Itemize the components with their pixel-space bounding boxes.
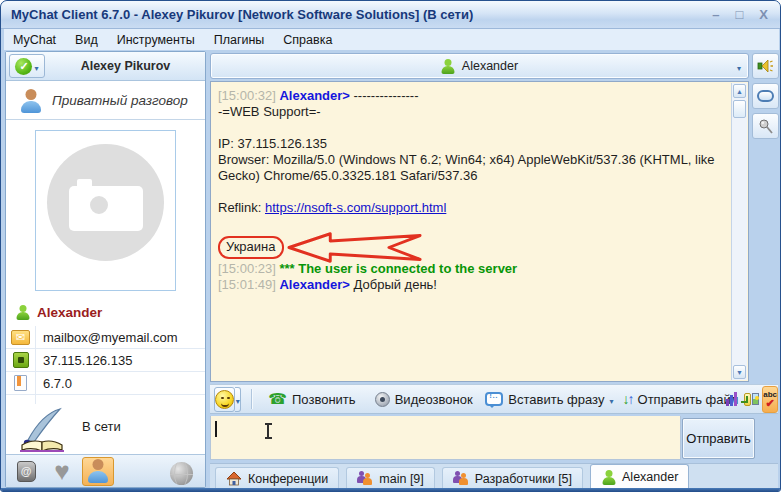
- support-link[interactable]: https://nsoft-s.com/support.html: [265, 200, 446, 215]
- avatar-placeholder[interactable]: [35, 130, 176, 291]
- chevron-down-icon: [609, 392, 613, 407]
- online-check-icon: [15, 58, 32, 75]
- system-message-text: *** The user is connected to the server: [279, 261, 517, 276]
- chat-header[interactable]: Alexander: [210, 53, 749, 79]
- globe-icon: [170, 462, 193, 485]
- sound-button[interactable]: [752, 53, 779, 79]
- theme-button[interactable]: [752, 83, 779, 109]
- scrollbar-thumb[interactable]: [733, 100, 746, 118]
- contact-name: Alexander: [37, 305, 102, 320]
- people-group-icon: [453, 471, 469, 487]
- video-call-button[interactable]: Видеозвонок: [375, 392, 473, 407]
- spellcheck-button[interactable]: abc: [762, 386, 778, 413]
- pin-button[interactable]: [752, 113, 779, 139]
- emoticons-button[interactable]: [214, 387, 235, 412]
- green-person-icon: [601, 470, 616, 485]
- chat-header-title: Alexander: [462, 59, 518, 73]
- contact-ip: 37.115.126.135: [36, 353, 132, 368]
- tab-label: Конференции: [248, 472, 328, 486]
- chevron-down-icon: [737, 60, 741, 74]
- chat-message: IP: 37.115.126.135: [218, 136, 724, 152]
- window-title: MyChat Client 6.7.0 - Alexey Pikurov [Ne…: [11, 1, 473, 28]
- people-group-icon: [357, 471, 373, 487]
- menu-item-tools[interactable]: Инструменты: [117, 33, 195, 47]
- chat-messages-panel[interactable]: [15:00:32] Alexander> --------------- -=…: [210, 81, 749, 382]
- image-icon[interactable]: [752, 393, 759, 405]
- tab-conferences[interactable]: Конференции: [215, 467, 339, 489]
- blank-line: [218, 120, 724, 136]
- speech-bubble-icon: [485, 392, 503, 406]
- window-controls: – □ X: [712, 1, 768, 28]
- menu-item-mychat[interactable]: MyChat: [13, 33, 56, 47]
- send-file-label: Отправить файл: [638, 392, 739, 407]
- green-person-icon: [441, 59, 456, 74]
- message-timestamp: [15:00:32]: [218, 88, 276, 103]
- sidebar: Alexey Pikurov Приватный разговор Alexan…: [5, 51, 206, 488]
- close-button[interactable]: X: [759, 8, 768, 21]
- chat-message: -=WEB Support=-: [218, 104, 724, 120]
- message-toolbar: Позвонить Видеозвонок Вставить фразу Отп…: [210, 384, 778, 414]
- quill-book-icon: [14, 406, 72, 454]
- blank-line: [218, 184, 724, 200]
- status-text: В сети: [82, 419, 121, 434]
- tab-label: main [9]: [379, 472, 423, 486]
- chat-message: [15:01:49] Alexander> Добрый день!: [218, 277, 724, 293]
- message-text: Добрый день!: [354, 277, 437, 292]
- version-icon: [14, 375, 27, 391]
- mail-icon: [11, 330, 30, 345]
- heart-icon: [54, 458, 69, 484]
- send-file-button[interactable]: Отправить файл: [623, 391, 739, 407]
- insert-phrase-label: Вставить фразу: [508, 392, 604, 407]
- rounded-rect-icon: [757, 90, 774, 102]
- annotation-arrow-icon: [285, 231, 425, 264]
- web-button[interactable]: [165, 459, 197, 488]
- message-input[interactable]: [210, 416, 681, 460]
- menu-item-plugins[interactable]: Плагины: [214, 33, 265, 47]
- contacts-book-button[interactable]: [10, 457, 42, 486]
- tab-main[interactable]: main [9]: [346, 467, 434, 489]
- call-button[interactable]: Позвонить: [268, 390, 355, 408]
- statistics-icon[interactable]: [726, 392, 737, 406]
- chat-message: Browser: Mozilla/5.0 (Windows NT 6.2; Wi…: [218, 152, 724, 184]
- emoticons-dropdown[interactable]: [235, 387, 241, 412]
- title-bar[interactable]: MyChat Client 6.7.0 - Alexey Pikurov [Ne…: [1, 1, 781, 29]
- transfer-arrows-icon: [623, 391, 633, 407]
- export-note-icon[interactable]: [744, 393, 751, 406]
- annotation-highlight: Украина: [218, 236, 284, 259]
- send-button[interactable]: Отправить: [682, 418, 755, 459]
- profile-button[interactable]: [82, 457, 114, 486]
- contact-name-row: Alexander: [6, 299, 205, 325]
- check-icon: [765, 398, 774, 408]
- text-caret: [215, 421, 217, 437]
- tab-alexander[interactable]: Alexander: [590, 464, 689, 489]
- tab-developers[interactable]: Разработчики [5]: [442, 467, 583, 489]
- chevron-down-icon: [236, 392, 240, 407]
- ip-chip-icon: [13, 352, 29, 368]
- scroll-down-button[interactable]: [733, 365, 746, 379]
- message-timestamp: [15:01:49]: [218, 277, 276, 292]
- message-username: Alexander>: [279, 88, 349, 103]
- green-person-icon: [15, 305, 30, 320]
- message-timestamp: [15:00:23]: [218, 261, 276, 276]
- private-talk-label: Приватный разговор: [52, 93, 188, 108]
- status-button[interactable]: [9, 54, 45, 78]
- scroll-up-button[interactable]: [733, 84, 746, 98]
- messages-scrollbar[interactable]: [731, 83, 747, 380]
- minimize-button[interactable]: –: [712, 8, 719, 21]
- speaker-icon: [757, 58, 774, 74]
- annotation-line: Украина: [218, 234, 724, 260]
- table-row-version: 6.7.0: [6, 372, 205, 395]
- contact-version: 6.7.0: [36, 376, 72, 391]
- menu-item-help[interactable]: Справка: [283, 33, 332, 47]
- smiley-icon: [215, 390, 234, 409]
- person-icon: [19, 89, 43, 113]
- menu-bar: MyChat Вид Инструменты Плагины Справка: [4, 29, 779, 50]
- contact-email: mailbox@myemail.com: [36, 330, 178, 345]
- address-book-icon: [17, 461, 36, 482]
- maximize-button[interactable]: □: [735, 8, 743, 21]
- favorites-button[interactable]: [46, 457, 78, 486]
- menu-item-view[interactable]: Вид: [75, 33, 98, 47]
- tab-label: Разработчики [5]: [475, 472, 572, 486]
- insert-phrase-button[interactable]: Вставить фразу: [485, 392, 613, 407]
- message-username: Alexander>: [279, 277, 349, 292]
